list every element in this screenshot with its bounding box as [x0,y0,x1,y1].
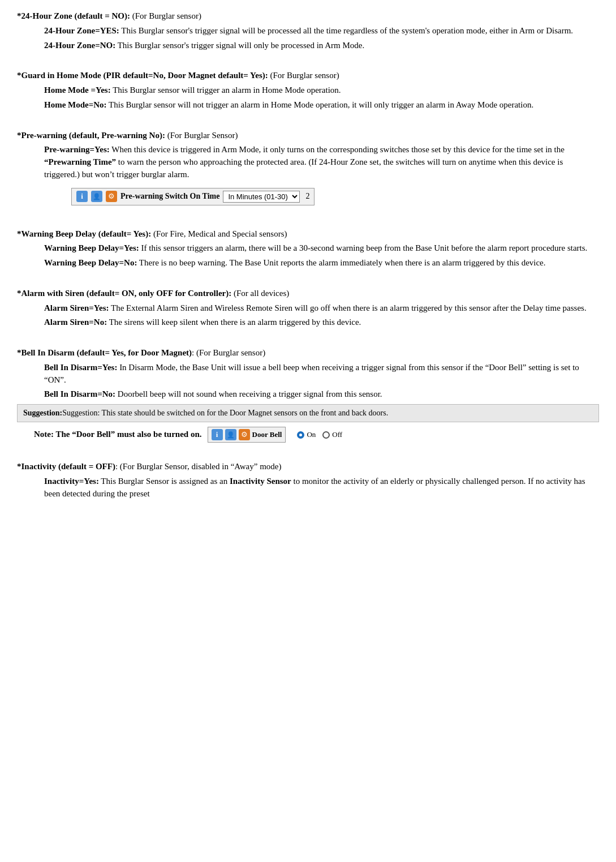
guard-home-no: Home Mode=No: This Burglar sensor will n… [44,99,599,111]
doorbell-gear-icon: ⚙ [239,429,250,440]
heading-prewarning: *Pre-warning (default, Pre-warning No): … [17,130,599,142]
prewarning-value: 2 [305,191,309,202]
doorbell-on-radio[interactable]: On [297,430,316,440]
info-icon: i [76,191,88,202]
warning-beep-no: Warning Beep Delay=No: There is no beep … [44,257,599,269]
section-alarm-siren: *Alarm with Siren (default= ON, only OFF… [17,288,599,329]
inactivity-yes: Inactivity=Yes: This Burglar Sensor is a… [44,475,599,500]
suggestion-box: Suggestion:Suggestion: This state should… [17,404,599,422]
zone24-no: 24-Hour Zone=NO: This Burglar sensor's t… [44,40,599,52]
warning-beep-yes: Warning Beep Delay=Yes: If this sensor t… [44,242,599,255]
alarm-siren-no: Alarm Siren=No: The sirens will keep sil… [44,316,599,329]
heading-bell-disarm: *Bell In Disarm (default= Yes, for Door … [17,347,599,359]
bell-disarm-no: Bell In Disarm=No: Doorbell beep will no… [44,388,599,401]
prewarning-yes: Pre-warning=Yes: When this device is tri… [44,144,599,181]
heading-guard-home: *Guard in Home Mode (PIR default=No, Doo… [17,70,599,82]
doorbell-label: Door Bell [252,430,282,440]
doorbell-on-label: On [307,430,316,440]
prewarning-widget: i 👤 ⚙ Pre-warning Switch On Time In Minu… [71,188,315,205]
section-prewarning: *Pre-warning (default, Pre-warning No): … [17,130,599,210]
doorbell-off-label: Off [332,430,342,440]
doorbell-note-label: Note: The “Door Bell” must also be turne… [34,428,202,441]
doorbell-note-row: Note: The “Door Bell” must also be turne… [34,427,599,443]
doorbell-widget: i 👤 ⚙ Door Bell [208,427,286,443]
gear-icon: ⚙ [106,191,117,202]
section-bell-disarm: *Bell In Disarm (default= Yes, for Door … [17,347,599,443]
zone24-yes: 24-Hour Zone=YES: This Burglar sensor's … [44,25,599,37]
person-icon: 👤 [91,191,102,202]
radio-on-circle [297,431,304,439]
section-inactivity: *Inactivity (default = OFF): (For Burgla… [17,461,599,500]
heading-inactivity: *Inactivity (default = OFF): (For Burgla… [17,461,599,473]
heading-warning-beep: *Warning Beep Delay (default= Yes): (For… [17,228,599,241]
heading-alarm-siren: *Alarm with Siren (default= ON, only OFF… [17,288,599,300]
doorbell-off-radio[interactable]: Off [322,430,342,440]
guard-home-yes: Home Mode =Yes: This Burglar sensor will… [44,84,599,97]
bell-disarm-yes: Bell In Disarm=Yes: In Disarm Mode, the … [44,362,599,387]
alarm-siren-yes: Alarm Siren=Yes: The External Alarm Sire… [44,302,599,315]
doorbell-info-icon: i [212,429,223,440]
section-24hour: *24-Hour Zone (default = NO): (For Burgl… [17,10,599,52]
prewarning-widget-label: Pre-warning Switch On Time [120,191,219,202]
doorbell-radio-group: On Off [297,430,342,440]
heading-24hour: *24-Hour Zone (default = NO): (For Burgl… [17,10,599,23]
radio-off-circle [322,431,330,439]
prewarning-dropdown[interactable]: In Minutes (01-30) [223,191,300,203]
section-guard-home: *Guard in Home Mode (PIR default=No, Doo… [17,70,599,111]
section-warning-beep: *Warning Beep Delay (default= Yes): (For… [17,228,599,269]
doorbell-person-icon: 👤 [225,429,236,440]
